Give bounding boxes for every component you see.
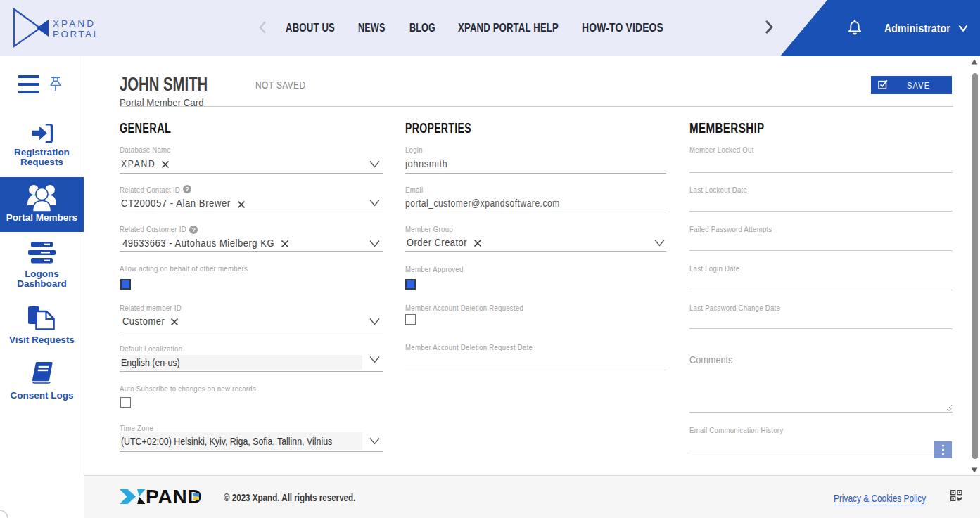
svg-text:PORTAL: PORTAL xyxy=(53,29,100,39)
svg-text:?: ? xyxy=(185,186,189,193)
svg-text:?: ? xyxy=(191,226,195,233)
svg-text:XPAND: XPAND xyxy=(53,18,96,29)
